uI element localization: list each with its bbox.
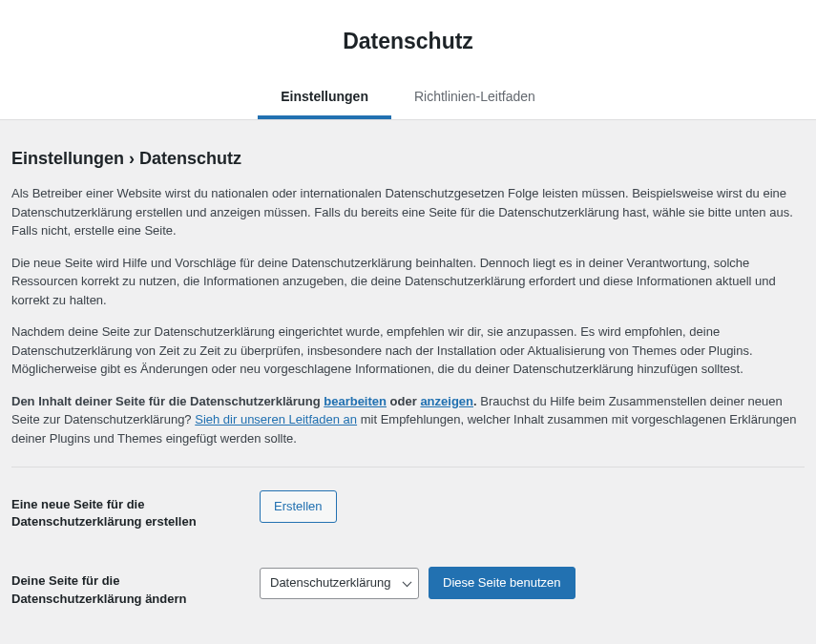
change-page-label: Deine Seite für die Datenschutzerklärung… bbox=[11, 567, 260, 607]
intro-paragraph-2: Die neue Seite wird Hilfe und Vorschläge… bbox=[11, 254, 805, 310]
tab-policy-guide[interactable]: Richtlinien-Leitfaden bbox=[391, 77, 558, 119]
page-header: Datenschutz Einstellungen Richtlinien-Le… bbox=[0, 0, 816, 120]
create-button[interactable]: Erstellen bbox=[260, 490, 337, 523]
page-title: Datenschutz bbox=[0, 29, 816, 54]
section-title: Einstellungen › Datenschutz bbox=[11, 149, 805, 169]
guide-link[interactable]: Sieh dir unseren Leitfaden an bbox=[195, 412, 357, 426]
separator bbox=[11, 467, 805, 467]
view-link[interactable]: anzeigen bbox=[420, 394, 473, 408]
actions-strong: Den Inhalt deiner Seite für die Datensch… bbox=[11, 394, 480, 408]
intro-paragraph-3: Nachdem deine Seite zur Datenschutzerklä… bbox=[11, 322, 805, 379]
create-page-label: Eine neue Seite für die Datenschutzerklä… bbox=[11, 490, 260, 530]
tabs: Einstellungen Richtlinien-Leitfaden bbox=[0, 77, 816, 120]
change-page-row: Deine Seite für die Datenschutzerklärung… bbox=[11, 567, 805, 607]
edit-link[interactable]: bearbeiten bbox=[324, 394, 387, 408]
tab-settings[interactable]: Einstellungen bbox=[258, 77, 391, 119]
intro-paragraph-1: Als Betreiber einer Website wirst du nat… bbox=[11, 184, 805, 240]
content-area: Einstellungen › Datenschutz Als Betreibe… bbox=[0, 120, 816, 644]
use-page-button[interactable]: Diese Seite benutzen bbox=[429, 567, 575, 599]
page-select-wrap: Datenschutzerklärung bbox=[260, 568, 419, 599]
page-select[interactable]: Datenschutzerklärung bbox=[260, 568, 419, 599]
actions-paragraph: Den Inhalt deiner Seite für die Datensch… bbox=[11, 392, 805, 448]
create-page-row: Eine neue Seite für die Datenschutzerklä… bbox=[11, 490, 805, 530]
